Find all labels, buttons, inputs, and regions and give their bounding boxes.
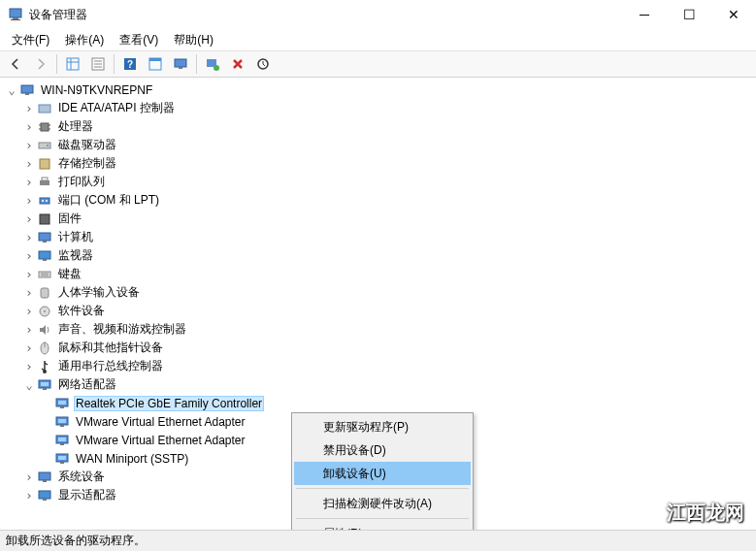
expander-icon[interactable] — [21, 230, 37, 244]
tree-category-label: 声音、视频和游戏控制器 — [56, 320, 188, 339]
maximize-button[interactable]: ☐ — [667, 0, 711, 29]
svg-rect-40 — [39, 272, 50, 277]
toolbar-computer-button[interactable] — [169, 52, 192, 76]
back-button[interactable] — [4, 52, 27, 76]
expander-icon[interactable] — [21, 248, 37, 263]
svg-point-17 — [214, 65, 219, 71]
toolbar-refresh-button[interactable] — [251, 52, 275, 76]
svg-rect-54 — [60, 406, 64, 408]
forward-button[interactable] — [29, 52, 52, 76]
svg-rect-13 — [149, 58, 161, 61]
network-adapter-icon — [54, 433, 70, 448]
tree-category-label: 处理器 — [56, 117, 95, 136]
tree-category-node[interactable]: 计算机 — [0, 228, 756, 246]
svg-rect-14 — [175, 59, 186, 67]
tree-category-label: 磁盘驱动器 — [56, 136, 118, 154]
titlebar: 设备管理器 ─ ☐ ✕ — [0, 0, 756, 29]
context-uninstall-device[interactable]: 卸载设备(U) — [294, 462, 471, 485]
toolbar-view-button[interactable] — [61, 52, 84, 76]
toolbar-help-button[interactable]: ? — [118, 52, 142, 76]
expander-icon[interactable] — [21, 470, 37, 484]
printer-icon — [37, 175, 52, 190]
expander-icon[interactable] — [4, 83, 19, 97]
toolbar-delete-button[interactable] — [226, 52, 249, 76]
context-update-driver[interactable]: 更新驱动程序(P) — [294, 415, 471, 438]
expander-icon[interactable] — [21, 175, 37, 189]
svg-rect-56 — [58, 419, 66, 423]
menu-view[interactable]: 查看(V) — [112, 30, 166, 50]
tree-category-label: 显示适配器 — [56, 486, 118, 504]
minimize-button[interactable]: ─ — [622, 0, 667, 29]
svg-rect-60 — [60, 443, 64, 445]
window-controls: ─ ☐ ✕ — [622, 0, 756, 29]
svg-rect-43 — [41, 288, 49, 298]
expander-icon[interactable] — [21, 138, 37, 152]
svg-rect-38 — [39, 251, 50, 259]
tree-area[interactable]: WIN-N9TKVNREPNF IDE ATA/ATAPI 控制器处理器磁盘驱动… — [0, 78, 756, 530]
toolbar-details-button[interactable] — [144, 52, 167, 76]
tree-category-node[interactable]: 鼠标和其他指针设备 — [0, 339, 756, 357]
close-button[interactable]: ✕ — [711, 0, 756, 29]
network-adapter-icon — [54, 451, 70, 467]
svg-rect-51 — [43, 388, 47, 390]
svg-rect-20 — [25, 93, 29, 95]
tree-category-node[interactable]: 端口 (COM 和 LPT) — [0, 191, 756, 210]
tree-category-node[interactable]: 固件 — [0, 210, 756, 228]
port-icon — [37, 193, 52, 209]
svg-point-45 — [44, 310, 46, 312]
expander-icon[interactable] — [21, 285, 37, 300]
tree-device-label: Realtek PCIe GbE Family Controller — [74, 396, 264, 411]
tree-category-node[interactable]: 处理器 — [0, 117, 756, 136]
expander-icon[interactable] — [21, 211, 37, 226]
tree-category-label: 人体学输入设备 — [56, 283, 142, 302]
expander-icon[interactable] — [21, 322, 37, 337]
tree-category-node[interactable]: 存储控制器 — [0, 154, 756, 173]
context-properties[interactable]: 属性(R) — [294, 522, 471, 530]
tree-device-label: VMware Virtual Ethernet Adapter — [74, 433, 247, 448]
computer-icon — [37, 230, 52, 245]
tree-category-node[interactable]: 人体学输入设备 — [0, 283, 756, 302]
svg-rect-27 — [39, 143, 50, 148]
tree-category-node[interactable]: IDE ATA/ATAPI 控制器 — [0, 99, 756, 117]
menu-help[interactable]: 帮助(H) — [166, 30, 221, 50]
expander-icon[interactable] — [21, 378, 37, 392]
tree-category-label: 通用串行总线控制器 — [56, 357, 165, 375]
tree-device-label: WAN Miniport (SSTP) — [74, 451, 190, 467]
expander-icon[interactable] — [21, 267, 37, 281]
expander-icon[interactable] — [21, 156, 37, 171]
menubar: 文件(F) 操作(A) 查看(V) 帮助(H) — [0, 29, 756, 50]
expander-icon[interactable] — [21, 119, 37, 134]
tree-category-node[interactable]: 键盘 — [0, 265, 756, 283]
context-scan-hardware[interactable]: 扫描检测硬件改动(A) — [294, 492, 471, 515]
statusbar-text: 卸载所选设备的驱动程序。 — [6, 533, 146, 549]
sound-icon — [37, 322, 52, 338]
tree-category-label: 系统设备 — [56, 468, 107, 486]
expander-icon[interactable] — [21, 193, 37, 208]
svg-rect-62 — [58, 456, 66, 460]
tree-category-node[interactable]: 通用串行总线控制器 — [0, 357, 756, 375]
tree-root-node[interactable]: WIN-N9TKVNREPNF — [0, 81, 756, 99]
expander-icon[interactable] — [21, 488, 37, 502]
tree-category-node[interactable]: 监视器 — [0, 246, 756, 265]
usb-icon — [37, 359, 52, 374]
expander-icon[interactable] — [21, 101, 37, 115]
tree-category-label: 打印队列 — [56, 173, 107, 191]
menu-file[interactable]: 文件(F) — [4, 30, 57, 50]
toolbar-scan-button[interactable] — [201, 52, 224, 76]
display-icon — [37, 488, 52, 503]
tree-category-label: IDE ATA/ATAPI 控制器 — [56, 99, 177, 117]
disk-icon — [37, 138, 52, 153]
expander-icon[interactable] — [21, 304, 37, 318]
tree-device-label: VMware Virtual Ethernet Adapter — [74, 414, 247, 430]
tree-category-node[interactable]: 声音、视频和游戏控制器 — [0, 320, 756, 339]
tree-category-node[interactable]: 软件设备 — [0, 302, 756, 320]
tree-category-node[interactable]: 打印队列 — [0, 173, 756, 191]
menu-action[interactable]: 操作(A) — [57, 30, 112, 50]
toolbar-properties-button[interactable] — [86, 52, 110, 76]
context-disable-device[interactable]: 禁用设备(D) — [294, 438, 471, 462]
tree-category-node[interactable]: 网络适配器 — [0, 375, 756, 394]
tree-category-node[interactable]: 磁盘驱动器 — [0, 136, 756, 154]
tree-device-node[interactable]: Realtek PCIe GbE Family Controller — [0, 394, 756, 412]
expander-icon[interactable] — [21, 359, 37, 373]
expander-icon[interactable] — [21, 340, 37, 355]
